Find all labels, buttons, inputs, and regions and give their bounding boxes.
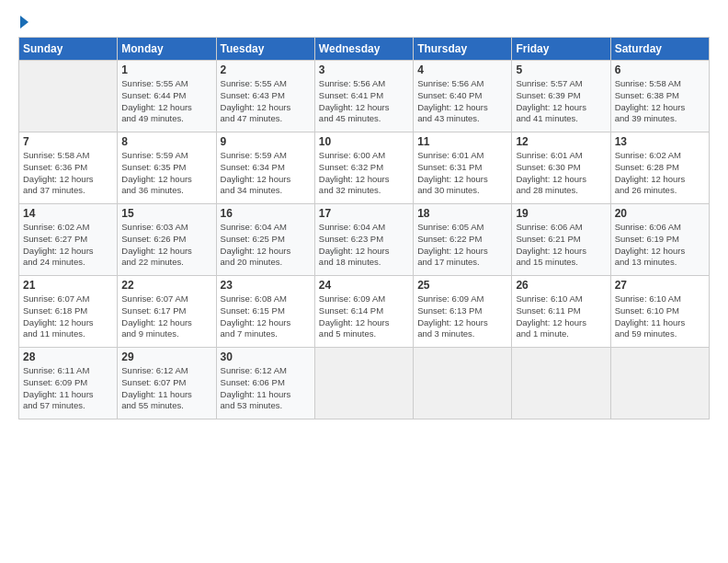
calendar-week-row: 1Sunrise: 5:55 AM Sunset: 6:44 PM Daylig… [19, 61, 710, 132]
day-number: 22 [121, 279, 211, 292]
calendar-cell: 26Sunrise: 6:10 AM Sunset: 6:11 PM Dayli… [512, 276, 610, 348]
calendar-cell: 5Sunrise: 5:57 AM Sunset: 6:39 PM Daylig… [512, 61, 610, 132]
calendar-cell: 3Sunrise: 5:56 AM Sunset: 6:41 PM Daylig… [314, 61, 413, 132]
calendar-cell: 10Sunrise: 6:00 AM Sunset: 6:32 PM Dayli… [314, 132, 413, 204]
day-info: Sunrise: 5:57 AM Sunset: 6:39 PM Dayligh… [516, 78, 606, 125]
calendar-cell: 14Sunrise: 6:02 AM Sunset: 6:27 PM Dayli… [19, 204, 118, 276]
day-number: 8 [121, 135, 211, 148]
day-number: 29 [121, 350, 211, 363]
day-number: 30 [221, 350, 311, 363]
day-info: Sunrise: 6:07 AM Sunset: 6:17 PM Dayligh… [121, 293, 211, 340]
day-header-sunday: Sunday [19, 38, 118, 61]
day-number: 27 [615, 279, 705, 292]
calendar-cell [314, 348, 413, 419]
day-number: 9 [221, 135, 311, 148]
day-number: 24 [319, 279, 409, 292]
calendar-cell: 21Sunrise: 6:07 AM Sunset: 6:18 PM Dayli… [19, 276, 118, 348]
calendar-cell: 19Sunrise: 6:06 AM Sunset: 6:21 PM Dayli… [512, 204, 610, 276]
calendar-cell: 24Sunrise: 6:09 AM Sunset: 6:14 PM Dayli… [314, 276, 413, 348]
day-number: 23 [221, 279, 311, 292]
day-number: 11 [417, 135, 507, 148]
calendar-cell: 7Sunrise: 5:58 AM Sunset: 6:36 PM Daylig… [19, 132, 118, 204]
calendar-cell: 9Sunrise: 5:59 AM Sunset: 6:34 PM Daylig… [216, 132, 314, 204]
calendar-cell [610, 348, 709, 419]
day-number: 3 [319, 63, 409, 76]
logo-icon [20, 16, 28, 29]
day-number: 2 [221, 63, 311, 76]
day-number: 5 [516, 63, 606, 76]
calendar-cell [512, 348, 610, 419]
day-info: Sunrise: 6:04 AM Sunset: 6:25 PM Dayligh… [221, 222, 311, 269]
day-info: Sunrise: 6:06 AM Sunset: 6:21 PM Dayligh… [516, 222, 606, 269]
day-info: Sunrise: 5:56 AM Sunset: 6:41 PM Dayligh… [319, 78, 409, 125]
day-info: Sunrise: 6:06 AM Sunset: 6:19 PM Dayligh… [615, 222, 705, 269]
day-number: 4 [417, 63, 507, 76]
day-header-saturday: Saturday [610, 38, 709, 61]
day-info: Sunrise: 6:11 AM Sunset: 6:09 PM Dayligh… [23, 365, 113, 412]
day-info: Sunrise: 6:01 AM Sunset: 6:30 PM Dayligh… [516, 150, 606, 197]
day-number: 14 [23, 207, 113, 220]
day-info: Sunrise: 6:10 AM Sunset: 6:11 PM Dayligh… [516, 293, 606, 340]
day-info: Sunrise: 6:09 AM Sunset: 6:13 PM Dayligh… [417, 293, 507, 340]
day-header-friday: Friday [512, 38, 610, 61]
calendar-cell: 1Sunrise: 5:55 AM Sunset: 6:44 PM Daylig… [118, 61, 216, 132]
day-number: 1 [121, 63, 211, 76]
day-number: 15 [121, 207, 211, 220]
day-info: Sunrise: 5:58 AM Sunset: 6:36 PM Dayligh… [23, 150, 113, 197]
day-info: Sunrise: 6:05 AM Sunset: 6:22 PM Dayligh… [417, 222, 507, 269]
calendar-week-row: 14Sunrise: 6:02 AM Sunset: 6:27 PM Dayli… [19, 204, 710, 276]
day-number: 20 [615, 207, 705, 220]
logo [18, 17, 28, 29]
calendar-cell: 22Sunrise: 6:07 AM Sunset: 6:17 PM Dayli… [118, 276, 216, 348]
day-number: 18 [417, 207, 507, 220]
calendar-cell: 27Sunrise: 6:10 AM Sunset: 6:10 PM Dayli… [610, 276, 709, 348]
day-header-monday: Monday [118, 38, 216, 61]
day-info: Sunrise: 6:07 AM Sunset: 6:18 PM Dayligh… [23, 293, 113, 340]
calendar-cell: 4Sunrise: 5:56 AM Sunset: 6:40 PM Daylig… [414, 61, 512, 132]
calendar-cell: 8Sunrise: 5:59 AM Sunset: 6:35 PM Daylig… [118, 132, 216, 204]
day-info: Sunrise: 6:09 AM Sunset: 6:14 PM Dayligh… [319, 293, 409, 340]
calendar-cell: 11Sunrise: 6:01 AM Sunset: 6:31 PM Dayli… [414, 132, 512, 204]
day-info: Sunrise: 5:59 AM Sunset: 6:34 PM Dayligh… [221, 150, 311, 197]
day-number: 16 [221, 207, 311, 220]
day-number: 19 [516, 207, 606, 220]
calendar-cell: 12Sunrise: 6:01 AM Sunset: 6:30 PM Dayli… [512, 132, 610, 204]
day-info: Sunrise: 6:02 AM Sunset: 6:27 PM Dayligh… [23, 222, 113, 269]
calendar-cell [414, 348, 512, 419]
calendar-cell: 29Sunrise: 6:12 AM Sunset: 6:07 PM Dayli… [118, 348, 216, 419]
day-number: 6 [615, 63, 705, 76]
calendar-week-row: 28Sunrise: 6:11 AM Sunset: 6:09 PM Dayli… [19, 348, 710, 419]
day-info: Sunrise: 5:58 AM Sunset: 6:38 PM Dayligh… [615, 78, 705, 125]
day-header-tuesday: Tuesday [216, 38, 314, 61]
day-number: 13 [615, 135, 705, 148]
day-info: Sunrise: 5:59 AM Sunset: 6:35 PM Dayligh… [121, 150, 211, 197]
calendar-cell: 28Sunrise: 6:11 AM Sunset: 6:09 PM Dayli… [19, 348, 118, 419]
calendar-cell: 13Sunrise: 6:02 AM Sunset: 6:28 PM Dayli… [610, 132, 709, 204]
day-info: Sunrise: 6:02 AM Sunset: 6:28 PM Dayligh… [615, 150, 705, 197]
day-number: 7 [23, 135, 113, 148]
page: SundayMondayTuesdayWednesdayThursdayFrid… [0, 0, 728, 563]
calendar-cell: 23Sunrise: 6:08 AM Sunset: 6:15 PM Dayli… [216, 276, 314, 348]
calendar-cell: 17Sunrise: 6:04 AM Sunset: 6:23 PM Dayli… [314, 204, 413, 276]
day-number: 25 [417, 279, 507, 292]
calendar-cell: 18Sunrise: 6:05 AM Sunset: 6:22 PM Dayli… [414, 204, 512, 276]
day-info: Sunrise: 5:55 AM Sunset: 6:44 PM Dayligh… [121, 78, 211, 125]
calendar-cell [19, 61, 118, 132]
day-info: Sunrise: 5:55 AM Sunset: 6:43 PM Dayligh… [221, 78, 311, 125]
day-header-wednesday: Wednesday [314, 38, 413, 61]
calendar-week-row: 7Sunrise: 5:58 AM Sunset: 6:36 PM Daylig… [19, 132, 710, 204]
header [18, 17, 710, 29]
day-number: 28 [23, 350, 113, 363]
day-number: 21 [23, 279, 113, 292]
calendar-cell: 2Sunrise: 5:55 AM Sunset: 6:43 PM Daylig… [216, 61, 314, 132]
calendar-cell: 16Sunrise: 6:04 AM Sunset: 6:25 PM Dayli… [216, 204, 314, 276]
calendar-cell: 30Sunrise: 6:12 AM Sunset: 6:06 PM Dayli… [216, 348, 314, 419]
calendar-header-row: SundayMondayTuesdayWednesdayThursdayFrid… [19, 38, 710, 61]
day-info: Sunrise: 6:08 AM Sunset: 6:15 PM Dayligh… [221, 293, 311, 340]
calendar-cell: 20Sunrise: 6:06 AM Sunset: 6:19 PM Dayli… [610, 204, 709, 276]
day-info: Sunrise: 6:10 AM Sunset: 6:10 PM Dayligh… [615, 293, 705, 340]
day-info: Sunrise: 6:01 AM Sunset: 6:31 PM Dayligh… [417, 150, 507, 197]
day-info: Sunrise: 5:56 AM Sunset: 6:40 PM Dayligh… [417, 78, 507, 125]
day-number: 26 [516, 279, 606, 292]
calendar-week-row: 21Sunrise: 6:07 AM Sunset: 6:18 PM Dayli… [19, 276, 710, 348]
